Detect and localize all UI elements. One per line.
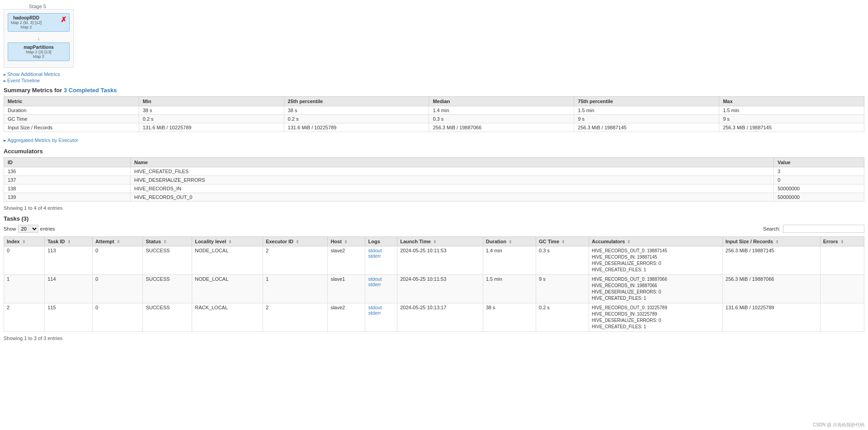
tasks-col-locality: Locality level ⇕	[192, 237, 263, 246]
task-errors	[820, 275, 864, 303]
task-row: 1 114 0 SUCCESS NODE_LOCAL 1 slave1 stdo…	[4, 275, 864, 303]
log-link-stderr[interactable]: stderr	[368, 282, 394, 287]
acc-row: 138 HIVE_RECORDS_IN 50000000	[4, 184, 864, 193]
task-attempt: 0	[93, 246, 143, 275]
task-errors	[820, 246, 864, 275]
dag-node-title-2: mapPartitions	[11, 45, 66, 50]
task-input: 256.3 MiB / 19887145	[722, 246, 820, 275]
stage-diagram: Stage 5 hadoopRDD Map 2 (kt. 3) [12] Map…	[4, 4, 864, 68]
task-gc-time: 0.3 s	[536, 246, 589, 275]
summary-max: 9 s	[719, 115, 864, 123]
task-gc-time: 9 s	[536, 275, 589, 303]
col-p75: 75th percentile	[574, 97, 719, 106]
tasks-col-duration: Duration ⇕	[483, 237, 536, 246]
task-id: 115	[45, 303, 93, 332]
search-input[interactable]	[783, 225, 864, 233]
event-timeline-link[interactable]: ▸Event Timeline	[4, 78, 864, 83]
dag-node-sub2-1: Map 2	[11, 25, 42, 29]
acc-id: 136	[4, 167, 131, 176]
acc-showing-text: Showing 1 to 4 of 4 entries	[4, 205, 864, 211]
task-launch-time: 2024-05-25 10:11:53	[397, 275, 483, 303]
summary-title: Summary Metrics for 3 Completed Tasks	[4, 87, 864, 94]
page-container: Stage 5 hadoopRDD Map 2 (kt. 3) [12] Map…	[0, 0, 868, 345]
acc-value: 50000000	[774, 184, 864, 193]
acc-value: 0	[774, 176, 864, 184]
task-input: 256.3 MiB / 19887066	[722, 275, 820, 303]
acc-name: HIVE_DESERIALIZE_ERRORS	[131, 176, 774, 184]
tasks-col-executor: Executor ID ⇕	[263, 237, 327, 246]
col-median: Median	[429, 97, 574, 106]
task-accumulators: HIVE_RECORDS_OUT_0: 19887066HIVE_RECORDS…	[589, 275, 722, 303]
task-errors	[820, 303, 864, 332]
stage-label: Stage 5	[4, 4, 71, 9]
log-link-stdout[interactable]: stdout	[368, 305, 394, 310]
task-logs: stdoutstderr	[365, 246, 397, 275]
summary-median: 1.4 min	[429, 106, 574, 115]
tasks-col-input: Input Size / Records ⇕	[722, 237, 820, 246]
task-executor: 1	[263, 275, 327, 303]
task-locality: NODE_LOCAL	[192, 275, 263, 303]
summary-row: Input Size / Records 131.6 MiB / 1022578…	[4, 123, 864, 132]
arrow-icon-timeline: ▸	[4, 78, 6, 83]
summary-p25: 38 s	[284, 106, 429, 115]
summary-metric: Input Size / Records	[4, 123, 139, 132]
acc-id: 137	[4, 176, 131, 184]
tasks-show-select[interactable]: 20 50 100	[18, 225, 38, 233]
acc-row: 137 HIVE_DESERIALIZE_ERRORS 0	[4, 176, 864, 184]
tasks-col-logs: Logs	[365, 237, 397, 246]
accumulators-table: ID Name Value 136 HIVE_CREATED_FILES 3 1…	[4, 157, 864, 202]
summary-median: 256.3 MiB / 19887066	[429, 123, 574, 132]
dag-node-hadooprdd: hadoopRDD Map 2 (kt. 3) [12] Map 2 ✗	[8, 13, 70, 32]
dag-node-title-1: hadoopRDD	[11, 15, 42, 20]
task-id: 114	[45, 275, 93, 303]
acc-name: HIVE_RECORDS_IN	[131, 184, 774, 193]
log-link-stderr[interactable]: stderr	[368, 310, 394, 316]
task-host: slave2	[328, 246, 365, 275]
summary-row: GC Time 0.2 s 0.2 s 0.3 s 9 s 9 s	[4, 115, 864, 123]
task-executor: 2	[263, 303, 327, 332]
dag-node-mappartitions: mapPartitions Map 2 (3) [13] Map 2	[8, 43, 70, 61]
col-max: Max	[719, 97, 864, 106]
summary-max: 256.3 MiB / 19887145	[719, 123, 864, 132]
dag-arrow: ↓	[8, 34, 70, 42]
search-container: Search:	[763, 225, 864, 233]
log-link-stderr[interactable]: stderr	[368, 253, 394, 259]
acc-value: 50000000	[774, 193, 864, 202]
tasks-title: Tasks (3)	[4, 215, 864, 222]
task-launch-time: 2024-05-25 10:13:17	[397, 303, 483, 332]
tasks-col-accumulators: Accumulators ⇕	[589, 237, 722, 246]
aggregated-metrics-link[interactable]: ▸ Aggregated Metrics by Executor	[4, 137, 864, 143]
entries-label: entries	[40, 226, 55, 232]
tasks-table: Index ⇕ Task ID ⇕ Attempt ⇕ Status ⇕ Loc…	[4, 236, 864, 332]
task-input: 131.6 MiB / 10225789	[722, 303, 820, 332]
tasks-col-gctime: GC Time ⇕	[536, 237, 589, 246]
task-attempt: 0	[93, 275, 143, 303]
task-logs: stdoutstderr	[365, 275, 397, 303]
acc-value: 3	[774, 167, 864, 176]
task-index: 2	[4, 303, 45, 332]
task-status: SUCCESS	[143, 303, 192, 332]
tasks-col-attempt: Attempt ⇕	[93, 237, 143, 246]
acc-col-id: ID	[4, 158, 131, 167]
dag-node-sub1-2: Map 2 (3) [13]	[11, 50, 66, 54]
acc-id: 138	[4, 184, 131, 193]
dag-node-sub1-1: Map 2 (kt. 3) [12]	[11, 20, 42, 25]
show-additional-metrics-link[interactable]: ▸Show Additional Metrics	[4, 71, 864, 77]
acc-row: 136 HIVE_CREATED_FILES 3	[4, 167, 864, 176]
col-metric: Metric	[4, 97, 139, 106]
summary-min: 131.6 MiB / 10225789	[139, 123, 284, 132]
summary-p25: 0.2 s	[284, 115, 429, 123]
log-link-stdout[interactable]: stdout	[368, 248, 394, 253]
task-row: 2 115 0 SUCCESS RACK_LOCAL 2 slave2 stdo…	[4, 303, 864, 332]
log-link-stdout[interactable]: stdout	[368, 276, 394, 282]
tasks-showing-text: Showing 1 to 3 of 3 entries	[4, 335, 864, 341]
task-index: 1	[4, 275, 45, 303]
summary-min: 0.2 s	[139, 115, 284, 123]
acc-id: 139	[4, 193, 131, 202]
summary-p25: 131.6 MiB / 10225789	[284, 123, 429, 132]
show-label: Show	[4, 226, 16, 232]
tasks-col-launch: Launch Time ⇕	[397, 237, 483, 246]
acc-row: 139 HIVE_RECORDS_OUT_0 50000000	[4, 193, 864, 202]
task-attempt: 0	[93, 303, 143, 332]
task-locality: NODE_LOCAL	[192, 246, 263, 275]
